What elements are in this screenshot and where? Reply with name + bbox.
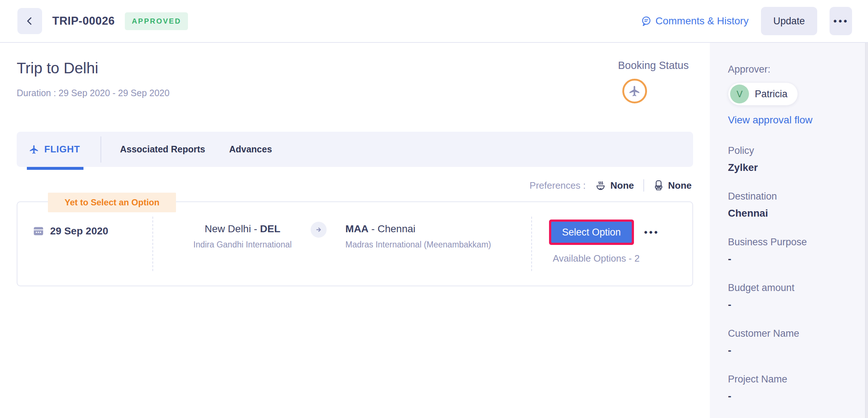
route-direction — [311, 222, 327, 238]
trip-header: Trip to Delhi Duration : 29 Sep 2020 - 2… — [17, 60, 693, 103]
tab-advances-label: Advances — [229, 144, 272, 155]
field-budget-amount: Budget amount - — [728, 282, 853, 311]
page-body: Trip to Delhi Duration : 29 Sep 2020 - 2… — [0, 43, 868, 418]
select-option-highlight: Select Option — [549, 220, 634, 245]
header-actions: Comments & History Update ••• — [641, 7, 852, 35]
field-value: Zylker — [728, 162, 853, 173]
field-label: Customer Name — [728, 328, 853, 339]
page-title: Trip to Delhi — [17, 60, 169, 77]
seat-preference-value: None — [668, 180, 692, 191]
ellipsis-icon: ••• — [644, 227, 659, 238]
field-label: Policy — [728, 145, 853, 156]
comment-bubble-icon — [641, 16, 652, 26]
header-more-button[interactable]: ••• — [830, 7, 852, 35]
calendar-icon — [33, 225, 44, 237]
trip-title-block: Trip to Delhi Duration : 29 Sep 2020 - 2… — [17, 60, 169, 103]
meal-icon — [595, 180, 606, 191]
destination-code: MAA — [345, 223, 369, 234]
preferences-label: Preferences : — [529, 180, 586, 191]
destination-title: MAA - Chennai — [345, 223, 491, 235]
booking-status: Booking Status — [618, 60, 689, 103]
field-value: - — [728, 390, 853, 402]
tab-flight-label: FLIGHT — [44, 144, 80, 155]
preference-divider — [643, 179, 644, 192]
field-label: Destination — [728, 190, 853, 202]
preferences-row: Preferences : None — [17, 179, 693, 192]
field-value: - — [728, 345, 853, 356]
plane-icon — [629, 85, 641, 97]
origin-airport: Indira Gandhi International — [193, 240, 292, 250]
tab-divider — [101, 136, 101, 163]
main-content: Trip to Delhi Duration : 29 Sep 2020 - 2… — [0, 43, 710, 418]
seat-preference: None — [654, 180, 692, 191]
flight-actions: Select Option ••• Available Options - 2 — [532, 220, 677, 264]
flight-itinerary-card: Yet to Select an Option 29 Sep 2020 — [17, 201, 693, 286]
tab-flight[interactable]: FLIGHT — [29, 144, 80, 155]
destination-airport: Madras International (Meenambakkam) — [345, 240, 491, 250]
field-business-purpose: Business Purpose - — [728, 236, 853, 265]
chevron-left-icon — [24, 16, 35, 26]
field-label: Project Name — [728, 373, 853, 385]
origin-code: DEL — [260, 223, 281, 234]
booking-status-flight-indicator[interactable] — [622, 79, 647, 103]
select-option-button[interactable]: Select Option — [551, 222, 632, 243]
select-option-line: Select Option ••• — [549, 220, 660, 245]
field-customer-name: Customer Name - — [728, 328, 853, 356]
seat-icon — [654, 180, 664, 191]
field-project-name: Project Name - — [728, 373, 853, 402]
yet-to-select-banner: Yet to Select an Option — [48, 193, 176, 212]
arrow-right-icon — [315, 226, 322, 233]
meal-preference: None — [595, 180, 634, 191]
avatar: V — [730, 85, 749, 103]
update-button[interactable]: Update — [761, 7, 817, 35]
active-tab-indicator — [27, 167, 83, 170]
origin-city: New Delhi - — [205, 223, 260, 234]
trip-duration: Duration : 29 Sep 2020 - 29 Sep 2020 — [17, 88, 169, 98]
field-value: - — [728, 253, 853, 265]
tab-associated-reports-label: Associated Reports — [120, 144, 205, 155]
plane-icon — [29, 144, 39, 155]
destination-city: - Chennai — [369, 223, 415, 234]
approver-label: Approver: — [728, 64, 853, 75]
tab-associated-reports[interactable]: Associated Reports — [120, 144, 205, 155]
field-label: Business Purpose — [728, 236, 853, 248]
field-policy: Policy Zylker — [728, 145, 853, 173]
trip-id: TRIP-00026 — [52, 15, 115, 28]
origin-title: New Delhi - DEL — [193, 223, 292, 235]
origin: New Delhi - DEL Indira Gandhi Internatio… — [193, 223, 292, 250]
page-scrollbar[interactable] — [865, 43, 868, 418]
approver-chip[interactable]: V Patricia — [728, 82, 798, 106]
flight-date-text: 29 Sep 2020 — [50, 225, 108, 237]
back-button[interactable] — [17, 8, 42, 34]
flight-route: New Delhi - DEL Indira Gandhi Internatio… — [153, 223, 531, 250]
tab-bar: FLIGHT Associated Reports Advances — [17, 132, 693, 167]
destination: MAA - Chennai Madras International (Meen… — [345, 223, 491, 250]
booking-status-label: Booking Status — [618, 60, 689, 71]
ellipsis-icon: ••• — [833, 16, 849, 26]
status-badge: APPROVED — [125, 12, 188, 30]
field-value: Chennai — [728, 208, 853, 219]
flight-more-button[interactable]: ••• — [643, 225, 660, 239]
approver-name: Patricia — [755, 89, 787, 100]
field-value: - — [728, 299, 853, 311]
trip-fields: Policy Zylker Destination Chennai Busine… — [728, 145, 853, 418]
comments-history-label: Comments & History — [655, 15, 749, 27]
field-label: Budget amount — [728, 282, 853, 294]
tab-advances[interactable]: Advances — [229, 144, 272, 155]
meal-preference-value: None — [610, 180, 634, 191]
trip-details-page: TRIP-00026 APPROVED Comments & History U… — [0, 0, 868, 418]
available-options: Available Options - 2 — [553, 253, 639, 264]
field-destination: Destination Chennai — [728, 190, 853, 219]
header-bar: TRIP-00026 APPROVED Comments & History U… — [0, 0, 868, 43]
flight-date: 29 Sep 2020 — [33, 223, 152, 237]
comments-history-link[interactable]: Comments & History — [641, 15, 749, 27]
view-approval-flow-link[interactable]: View approval flow — [728, 114, 853, 126]
details-sidebar: Approver: V Patricia View approval flow … — [710, 43, 868, 418]
